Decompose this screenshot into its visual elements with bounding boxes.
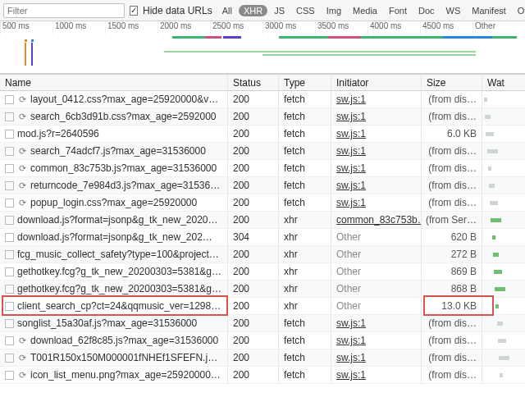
initiator-cell[interactable]: Other [331, 281, 422, 297]
network-table: Name Status Type Initiator Size Wat layo… [0, 74, 525, 384]
row-checkbox[interactable] [5, 130, 14, 139]
row-checkbox[interactable] [5, 354, 14, 363]
size-cell: (from dis… [422, 108, 482, 125]
timeline-tick: 4000 ms [368, 21, 420, 34]
reload-icon [17, 163, 27, 173]
type-filter-doc[interactable]: Doc [413, 5, 440, 16]
initiator-cell[interactable]: sw.js:1 [331, 194, 422, 211]
waterfall-cell [482, 177, 515, 194]
initiator-cell[interactable]: sw.js:1 [331, 160, 422, 176]
table-row[interactable]: download.js?format=jsonp&g_tk_new_202…30… [0, 229, 525, 246]
row-checkbox[interactable] [5, 371, 14, 380]
initiator-cell[interactable]: Other [331, 229, 422, 245]
request-name: gethotkey.fcg?g_tk_new_20200303=5381&g… [17, 283, 222, 294]
reload-icon [17, 353, 27, 363]
timeline-tick: 2000 ms [158, 21, 210, 34]
request-name: gethotkey.fcg?g_tk_new_20200303=5381&g_… [17, 266, 222, 277]
initiator-cell[interactable]: sw.js:1 [331, 126, 422, 142]
type-filter-other[interactable]: Other [513, 5, 525, 16]
size-cell: (from dis… [422, 349, 482, 366]
status-cell: 200 [228, 91, 279, 107]
col-header-initiator[interactable]: Initiator [331, 75, 422, 90]
table-row[interactable]: songlist_15a30af.js?max_age=31536000200f… [0, 315, 525, 332]
timeline-tick: 3000 ms [262, 21, 315, 34]
initiator-cell[interactable]: sw.js:1 [331, 332, 422, 349]
initiator-cell[interactable]: Other [331, 298, 422, 314]
timeline-overview[interactable]: 500 ms1000 ms1500 ms2000 ms2500 ms3000 m… [0, 21, 525, 74]
col-header-type[interactable]: Type [279, 75, 331, 90]
type-cell: fetch [279, 367, 331, 383]
initiator-cell[interactable]: common_83c753b… [331, 212, 422, 228]
row-checkbox[interactable] [5, 302, 14, 311]
table-row[interactable]: client_search_cp?ct=24&qqmusic_ver=1298&… [0, 298, 525, 315]
request-name: client_search_cp?ct=24&qqmusic_ver=1298&… [17, 300, 222, 312]
table-row[interactable]: search_6cb3d91b.css?max_age=2592000200fe… [0, 108, 525, 126]
row-checkbox[interactable] [5, 95, 14, 104]
initiator-cell[interactable]: sw.js:1 [331, 91, 422, 107]
initiator-cell[interactable]: sw.js:1 [331, 143, 422, 159]
row-checkbox[interactable] [5, 267, 14, 276]
row-checkbox[interactable] [5, 164, 14, 173]
col-header-name[interactable]: Name [0, 75, 228, 90]
row-checkbox[interactable] [5, 216, 14, 225]
initiator-cell[interactable]: sw.js:1 [331, 349, 422, 366]
col-header-size[interactable]: Size [422, 75, 482, 90]
waterfall-cell [482, 281, 515, 297]
row-checkbox[interactable] [5, 112, 14, 121]
timeline-body [0, 34, 525, 73]
waterfall-cell [482, 367, 515, 383]
initiator-cell[interactable]: sw.js:1 [331, 177, 422, 194]
type-filter-js[interactable]: JS [269, 5, 290, 16]
type-filter-css[interactable]: CSS [291, 5, 320, 16]
initiator-cell[interactable]: sw.js:1 [331, 315, 422, 331]
col-header-waterfall[interactable]: Wat [482, 75, 515, 90]
col-header-status[interactable]: Status [228, 75, 279, 90]
table-row[interactable]: gethotkey.fcg?g_tk_new_20200303=5381&g_…… [0, 263, 525, 281]
row-checkbox[interactable] [5, 319, 14, 328]
table-row[interactable]: mod.js?r=2640596200fetchsw.js:16.0 KB [0, 126, 525, 143]
row-checkbox[interactable] [5, 147, 14, 156]
table-row[interactable]: common_83c753b.js?max_age=31536000200fet… [0, 160, 525, 177]
type-filter-all[interactable]: All [217, 5, 237, 16]
initiator-cell[interactable]: Other [331, 263, 422, 280]
table-row[interactable]: download_62f8c85.js?max_age=31536000200f… [0, 332, 525, 349]
table-row[interactable]: popup_login.css?max_age=25920000200fetch… [0, 194, 525, 212]
request-name: songlist_15a30af.js?max_age=31536000 [17, 317, 222, 329]
size-cell: (from dis… [422, 332, 482, 349]
row-checkbox[interactable] [5, 336, 14, 345]
type-filter-img[interactable]: Img [322, 5, 346, 16]
type-filter-ws[interactable]: WS [441, 5, 466, 16]
filter-input[interactable] [3, 3, 125, 18]
table-row[interactable]: fcg_music_collect_safety?type=100&projec… [0, 246, 525, 263]
hide-data-urls-checkbox[interactable] [130, 6, 138, 16]
request-name: download.js?format=jsonp&g_tk_new_20200… [17, 214, 222, 226]
initiator-cell[interactable]: sw.js:1 [331, 367, 422, 383]
type-filter-media[interactable]: Media [348, 5, 382, 16]
row-checkbox[interactable] [5, 181, 14, 190]
initiator-cell[interactable]: sw.js:1 [331, 108, 422, 125]
table-row[interactable]: T001R150x150M000001fNHEf1SFEFN.jpg?…200f… [0, 349, 525, 367]
table-row[interactable]: icon_list_menu.png?max_age=25920000&v…20… [0, 367, 525, 384]
type-filter-font[interactable]: Font [384, 5, 412, 16]
table-header[interactable]: Name Status Type Initiator Size Wat [0, 74, 525, 91]
timeline-tick: 1000 ms [52, 21, 105, 34]
row-checkbox[interactable] [5, 233, 14, 242]
waterfall-cell [482, 315, 515, 331]
table-row[interactable]: gethotkey.fcg?g_tk_new_20200303=5381&g…2… [0, 281, 525, 298]
type-filter-xhr[interactable]: XHR [239, 5, 267, 16]
waterfall-cell [482, 263, 515, 280]
row-checkbox[interactable] [5, 285, 14, 294]
reload-icon [17, 336, 27, 345]
type-cell: fetch [279, 126, 331, 142]
table-row[interactable]: returncode_7e984d3.js?max_age=3153600020… [0, 177, 525, 194]
type-filter-manifest[interactable]: Manifest [467, 5, 511, 16]
table-row[interactable]: search_74adcf7.js?max_age=31536000200fet… [0, 143, 525, 160]
type-cell: fetch [279, 108, 331, 125]
table-row[interactable]: download.js?format=jsonp&g_tk_new_20200…… [0, 212, 525, 229]
table-row[interactable]: layout_0412.css?max_age=25920000&v=2…200… [0, 91, 525, 108]
type-cell: xhr [279, 281, 331, 297]
initiator-cell[interactable]: Other [331, 246, 422, 262]
type-cell: xhr [279, 298, 331, 314]
row-checkbox[interactable] [5, 250, 14, 259]
row-checkbox[interactable] [5, 199, 14, 208]
